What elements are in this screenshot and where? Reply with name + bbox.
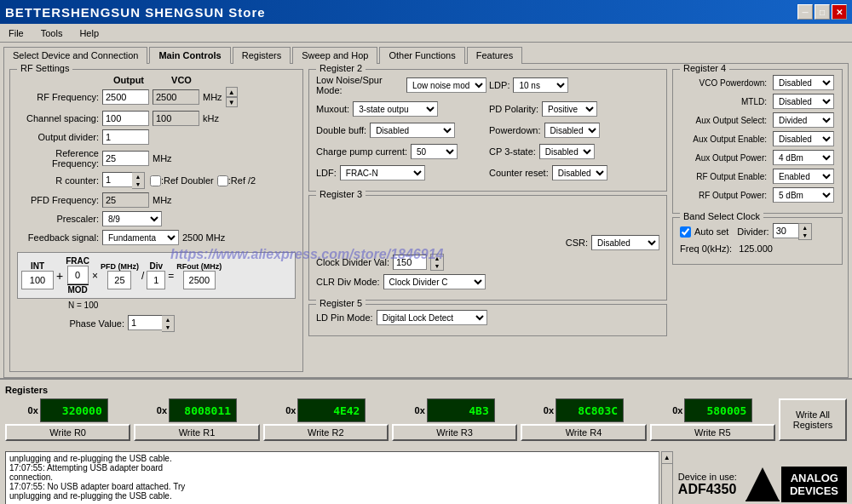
aux-output-select-select[interactable]: Divided <box>773 112 834 128</box>
rf-output-enable-select[interactable]: Enabled <box>773 169 834 184</box>
menu-tools[interactable]: Tools <box>36 26 68 40</box>
phase-down[interactable]: ▼ <box>162 324 174 331</box>
phase-value[interactable] <box>128 315 162 330</box>
r-counter-down[interactable]: ▼ <box>132 180 144 188</box>
prescaler-select[interactable]: 8/9 4/5 <box>102 211 162 226</box>
csr-select[interactable]: Disabled <box>591 235 659 250</box>
write-r1-button[interactable]: Write R1 <box>134 424 259 441</box>
phase-up[interactable]: ▲ <box>162 316 174 324</box>
clock-div-val-input[interactable] <box>393 255 427 270</box>
output-div-value[interactable] <box>102 129 149 145</box>
double-buff-select[interactable]: Disabled <box>370 123 455 138</box>
log-line-3: connection. <box>9 472 655 482</box>
reg-r3: 0x 4B3 Write R3 <box>392 398 517 441</box>
muxout-label: Muxout: <box>316 104 349 114</box>
aux-output-enable-select[interactable]: Disabled <box>773 131 834 146</box>
tab-registers[interactable]: Registers <box>233 47 291 64</box>
log-line-5: unplugging and re-plugging the USB cable… <box>9 491 655 501</box>
ldp-label: LDP: <box>489 80 509 90</box>
divider-down[interactable]: ▼ <box>799 232 811 239</box>
double-buff-row: Double buff: Disabled <box>316 123 486 138</box>
tab-select-device[interactable]: Select Device and Connection <box>3 47 147 64</box>
prescaler-label: Prescaler: <box>17 214 102 224</box>
channel-row: Channel spacing: kHz <box>17 111 296 126</box>
rf-freq-vco[interactable] <box>153 89 199 105</box>
charge-pump-select[interactable]: 50 <box>411 144 458 159</box>
close-button[interactable]: ✕ <box>832 4 847 20</box>
rf-freq-output[interactable] <box>102 89 149 105</box>
store-name: BETTERSHENGSUN SHENGSUN Store <box>5 5 266 20</box>
ref-doubler-checkbox[interactable] <box>150 175 161 186</box>
ld-pin-mode-select[interactable]: Digital Lock Detect <box>377 310 487 325</box>
rf-output-power-select[interactable]: 5 dBm <box>773 187 834 203</box>
auto-set-checkbox[interactable] <box>680 226 691 238</box>
div-value: 1 <box>147 271 165 289</box>
reg-r5-value: 580005 <box>684 398 752 422</box>
ldf-select[interactable]: FRAC-N <box>340 165 425 180</box>
r-counter-label: R counter: <box>17 175 102 186</box>
tab-features[interactable]: Features <box>467 47 522 64</box>
counter-reset-select[interactable]: Disabled <box>552 165 607 180</box>
powerdown-select[interactable]: Disabled <box>544 123 600 138</box>
reg-r3-prefix: 0x <box>415 405 425 415</box>
clr-div-mode-select[interactable]: Clock Divider C <box>383 274 486 289</box>
menu-help[interactable]: Help <box>74 26 104 40</box>
write-r2-button[interactable]: Write R2 <box>263 424 389 441</box>
ref-div2-checkbox[interactable] <box>217 175 228 186</box>
cp3state-row: CP 3-state: Disabled <box>489 144 659 159</box>
divider-label: Divider: <box>737 226 769 237</box>
low-noise-select[interactable]: Low noise mod <box>406 77 486 93</box>
channel-output[interactable] <box>102 111 149 126</box>
ldp-select[interactable]: 10 ns 6 ns <box>513 77 568 93</box>
tab-sweep-hop[interactable]: Sweep and Hop <box>292 47 377 64</box>
write-r3-button[interactable]: Write R3 <box>392 424 517 441</box>
reg-r1-value: 8008011 <box>169 398 237 422</box>
minimize-button[interactable]: ─ <box>797 4 813 20</box>
r-counter-up[interactable]: ▲ <box>132 173 144 180</box>
device-label: Device in use: <box>678 472 737 482</box>
muxout-select[interactable]: 3-state outpu <box>353 101 438 117</box>
ref-freq-label: Reference Frequency: <box>17 148 102 169</box>
clock-div-spinbtns: ▲ ▼ <box>430 254 444 271</box>
write-r0-button[interactable]: Write R0 <box>5 424 130 441</box>
pd-polarity-select[interactable]: Positive <box>542 101 597 117</box>
pfd-freq-value[interactable] <box>102 192 149 208</box>
maximize-button[interactable]: □ <box>815 4 830 20</box>
ref-freq-value[interactable] <box>102 151 149 166</box>
aux-output-power-select[interactable]: 4 dBm <box>773 150 834 165</box>
write-r5-button[interactable]: Write R5 <box>650 424 775 441</box>
write-r4-button[interactable]: Write R4 <box>521 424 646 441</box>
write-all-button[interactable]: Write AllRegisters <box>779 398 847 441</box>
charge-pump-label: Charge pump current: <box>316 146 407 157</box>
channel-inputs: kHz <box>102 111 219 126</box>
formula-box: INT 100 + FRAC 0 MOD × <box>17 252 296 299</box>
cp3state-select[interactable]: Disabled <box>539 144 595 159</box>
reg-r0-value: 320000 <box>40 398 108 422</box>
divider-value[interactable] <box>773 223 798 238</box>
pfd-freq-unit: MHz <box>153 195 172 205</box>
divider-up[interactable]: ▲ <box>799 224 811 232</box>
rf-freq-scroll[interactable]: ▲ ▼ <box>226 87 238 107</box>
vco-powerdown-select[interactable]: Disabled <box>773 75 834 90</box>
powerdown-label: Powerdown: <box>489 125 541 135</box>
r-counter-value[interactable] <box>102 172 132 187</box>
log-scrollbar[interactable]: ▲ ▼ <box>661 451 673 504</box>
aux-output-power-label: Aux Output Power: <box>680 153 769 163</box>
menu-file[interactable]: File <box>3 26 29 40</box>
clock-div-down[interactable]: ▼ <box>431 262 443 270</box>
register2-group: Register 2 Low Noise/Spur Mode: Low nois… <box>308 69 667 192</box>
tab-other-functions[interactable]: Other Functions <box>379 47 464 64</box>
tab-main-controls[interactable]: Main Controls <box>149 47 230 64</box>
clock-div-up[interactable]: ▲ <box>431 255 443 262</box>
channel-vco[interactable] <box>153 111 199 126</box>
feedback-select[interactable]: Fundamenta Divided <box>102 230 179 245</box>
mtld-select[interactable]: Disabled <box>773 94 834 109</box>
log-scroll-up[interactable]: ▲ <box>662 452 672 464</box>
counter-reset-label: Counter reset: <box>489 168 549 178</box>
clr-div-mode-row: CLR Div Mode: Clock Divider C <box>316 274 659 289</box>
phase-spinbtns: ▲ ▼ <box>162 315 175 332</box>
rf-freq-down[interactable]: ▼ <box>226 97 238 107</box>
rf-freq-up[interactable]: ▲ <box>226 87 238 97</box>
right-panel: Register 4 VCO Powerdown: Disabled MTLD:… <box>672 69 843 372</box>
reg-r2-row: 0x 4E42 <box>285 398 366 422</box>
